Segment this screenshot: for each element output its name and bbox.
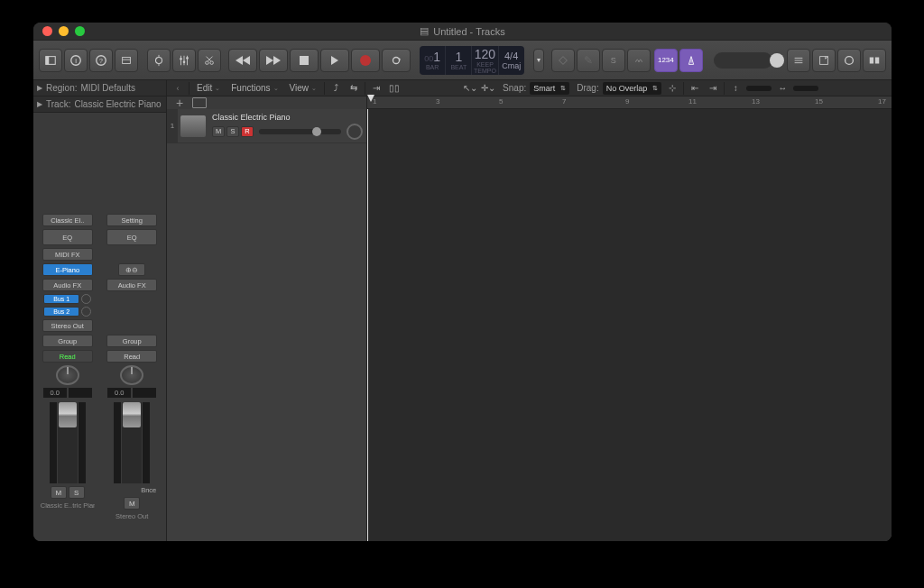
- close-button[interactable]: [42, 26, 52, 36]
- tuner-button[interactable]: [679, 49, 703, 72]
- count-in-button[interactable]: [627, 49, 651, 72]
- flex-icon[interactable]: ⇆: [346, 82, 361, 95]
- inspector-panel: ▶ Region: MIDI Defaults ▶ Track: Classic…: [33, 80, 167, 541]
- help-button[interactable]: ?: [89, 49, 113, 72]
- strip-send1-button[interactable]: Bus 1: [43, 294, 79, 304]
- track-pan-knob[interactable]: [346, 124, 363, 140]
- view-menu[interactable]: View⌄: [286, 82, 321, 95]
- svg-point-17: [206, 60, 209, 64]
- replace-button[interactable]: [551, 49, 575, 72]
- track-value: Classic Electric Piano: [74, 99, 161, 109]
- automation-icon[interactable]: ⤴: [328, 82, 343, 95]
- hzoom-icon[interactable]: ↔: [775, 82, 790, 95]
- list-editors-button[interactable]: [787, 49, 810, 72]
- loops-button[interactable]: [837, 49, 861, 72]
- track-mute-button[interactable]: M: [212, 126, 225, 137]
- disclosure-icon: ▶: [37, 100, 42, 108]
- library-button[interactable]: [39, 49, 62, 72]
- strip-audiofx-button[interactable]: Audio FX: [42, 279, 93, 291]
- volume-fader[interactable]: [122, 402, 142, 483]
- strip-automation-button[interactable]: Read: [42, 350, 93, 363]
- track-row[interactable]: 1 Classic Electric Piano M S R: [167, 109, 366, 143]
- track-solo-button[interactable]: S: [226, 126, 239, 137]
- mute-button[interactable]: M: [51, 486, 67, 499]
- svg-rect-27: [870, 57, 873, 63]
- strip-send2-button[interactable]: Bus 2: [43, 307, 79, 317]
- strip-group-button[interactable]: Group: [42, 335, 93, 347]
- strip-stereo-button[interactable]: ⊕⊖: [118, 263, 145, 276]
- solo-button[interactable]: S: [602, 49, 625, 72]
- notes-button[interactable]: [812, 49, 836, 72]
- rewind-button[interactable]: [228, 49, 257, 72]
- solo-button[interactable]: S: [69, 486, 85, 499]
- track-name[interactable]: Classic Electric Piano: [212, 113, 363, 122]
- traffic-lights: [33, 26, 85, 36]
- smart-controls-button[interactable]: [147, 49, 171, 72]
- marquee-tool-icon[interactable]: ✛⌄: [481, 82, 495, 95]
- track-icon[interactable]: [178, 109, 208, 142]
- record-button[interactable]: [351, 49, 380, 72]
- add-track-button[interactable]: +: [172, 96, 187, 109]
- strip-midifx-button[interactable]: MIDI FX: [42, 248, 93, 261]
- master-volume-slider[interactable]: [714, 52, 772, 69]
- lcd-menu-button[interactable]: ▾: [533, 49, 544, 72]
- track-inspector-header[interactable]: ▶ Track: Classic Electric Piano: [33, 96, 166, 113]
- scissors-button[interactable]: [198, 49, 221, 72]
- metronome-button[interactable]: 1234: [654, 49, 678, 72]
- strip-group-button[interactable]: Group: [106, 335, 157, 347]
- cycle-button[interactable]: [382, 49, 411, 72]
- minimize-button[interactable]: [59, 26, 69, 36]
- strip-audiofx-button[interactable]: Audio FX: [106, 279, 157, 291]
- functions-menu[interactable]: Functions⌄: [227, 82, 282, 95]
- pan-knob[interactable]: [56, 365, 79, 385]
- strip-setting-button[interactable]: Setting: [106, 214, 157, 226]
- lcd-tempo-label: TEMPO: [474, 68, 496, 74]
- toolbar-toggle-button[interactable]: [115, 49, 138, 72]
- send-knob-icon[interactable]: [81, 294, 91, 304]
- pointer-tool-icon[interactable]: ↖⌄: [463, 82, 477, 95]
- volume-fader[interactable]: [58, 402, 78, 483]
- forward-button[interactable]: [259, 49, 288, 72]
- mute-button[interactable]: M: [124, 497, 140, 510]
- mixer-button[interactable]: [172, 49, 196, 72]
- pan-knob[interactable]: [120, 365, 143, 385]
- track-record-button[interactable]: R: [241, 126, 254, 137]
- track-toolbar: ‹ Edit⌄ Functions⌄ View⌄ ⤴ ⇆ ⇥ ▯▯ ↖⌄ ✛⌄ …: [167, 80, 892, 96]
- vzoom-icon[interactable]: ↕: [728, 82, 743, 95]
- region-inspector-header[interactable]: ▶ Region: MIDI Defaults: [33, 80, 166, 96]
- lcd-bar-label: BAR: [426, 64, 439, 70]
- strip-setting-button[interactable]: Classic El..: [42, 214, 93, 226]
- catch-icon[interactable]: ⇥: [369, 82, 383, 95]
- arrange-area[interactable]: [367, 109, 892, 541]
- browser-button[interactable]: [863, 49, 886, 72]
- send-knob-icon[interactable]: [81, 307, 91, 317]
- chevron-left-icon[interactable]: ‹: [171, 82, 185, 95]
- ruler[interactable]: 1357911131517: [367, 96, 892, 109]
- autopunch-button[interactable]: ✎: [577, 49, 600, 72]
- goto-end-icon[interactable]: ⇥: [706, 82, 720, 95]
- window-title: ▤ Untitled - Tracks: [420, 25, 504, 37]
- global-tracks-button[interactable]: [192, 97, 207, 108]
- strip-eq-button[interactable]: EQ: [106, 229, 157, 245]
- app-window: ▤ Untitled - Tracks i ? 001BAR 1BEAT: [33, 23, 892, 541]
- hzoom-slider[interactable]: [793, 86, 818, 91]
- edit-menu[interactable]: Edit⌄: [193, 82, 224, 95]
- bounce-label[interactable]: Bnce: [141, 486, 156, 494]
- play-button[interactable]: [320, 49, 349, 72]
- strip-output-button[interactable]: Stereo Out: [42, 319, 93, 332]
- strip-eq-button[interactable]: EQ: [42, 229, 93, 245]
- link-icon[interactable]: ▯▯: [387, 82, 402, 95]
- stop-button[interactable]: [290, 49, 319, 72]
- inspector-button[interactable]: i: [64, 49, 88, 72]
- track-volume-slider[interactable]: [259, 129, 341, 134]
- goto-start-icon[interactable]: ⇤: [688, 82, 702, 95]
- strip-automation-button[interactable]: Read: [106, 350, 157, 363]
- lcd-display[interactable]: 001BAR 1BEAT 120KEEPTEMPO 4/4Cmaj: [420, 46, 524, 75]
- maximize-button[interactable]: [75, 26, 85, 36]
- snap-select[interactable]: Smart⇅: [530, 82, 569, 95]
- drag-select[interactable]: No Overlap⇅: [603, 82, 662, 95]
- vzoom-slider[interactable]: [746, 86, 772, 91]
- waveform-zoom-icon[interactable]: ⊹: [665, 82, 679, 95]
- lcd-tempo-sub: KEEP: [476, 61, 494, 68]
- strip-instrument-button[interactable]: E-Piano: [42, 263, 93, 276]
